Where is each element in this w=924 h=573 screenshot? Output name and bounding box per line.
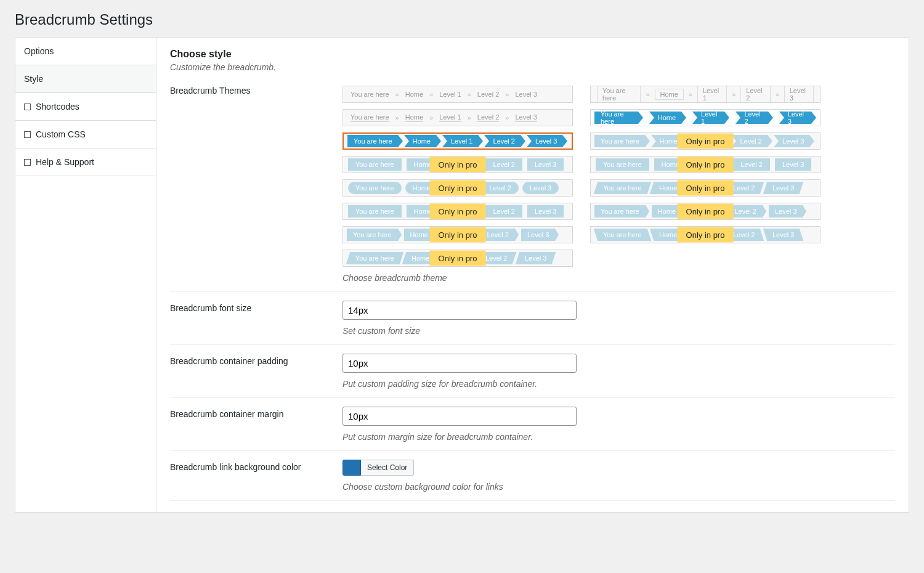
theme-option-pro[interactable]: You are hereHomeLevel 1Level 2Level 3 On… — [590, 132, 821, 150]
pro-badge: Only in pro — [430, 204, 486, 219]
row-padding-label: Breadcrumb container padding — [170, 345, 342, 398]
theme-option-pro[interactable]: You are hereHomeLevel 1Level 2Level 3 On… — [342, 250, 573, 267]
tab-custom-css[interactable]: Custom CSS — [15, 121, 156, 148]
section-desc: Customize the breadcrumb. — [170, 62, 895, 72]
row-themes-label: Breadcrumb Themes — [170, 86, 342, 292]
theme-option-boxed[interactable]: You are here» Home» Level 1» Level 2» Le… — [590, 86, 821, 103]
square-icon — [24, 159, 31, 166]
margin-input[interactable] — [342, 407, 577, 426]
theme-option-arrows-spaced[interactable]: You are here Home Level 1 Level 2 Level … — [590, 109, 821, 126]
square-icon — [24, 131, 31, 138]
padding-input[interactable] — [342, 354, 577, 373]
pro-badge: Only in pro — [678, 181, 734, 196]
tab-help-support[interactable]: Help & Support — [15, 148, 156, 176]
section-heading: Choose style — [170, 49, 895, 61]
themes-grid: You are here» Home» Level 1» Level 2» Le… — [342, 86, 829, 267]
page-title: Breadcrumb Settings — [15, 11, 909, 28]
theme-option-pro[interactable]: You are hereHomeLevel 1Level 2Level 3 On… — [590, 226, 821, 243]
settings-tabs: Options Style Shortcodes Custom CSS Help… — [15, 37, 156, 513]
color-swatch[interactable] — [342, 460, 361, 476]
font-size-input[interactable] — [342, 301, 577, 320]
theme-option-pro[interactable]: You are hereHomeLevel 1Level 2Level 3 On… — [342, 226, 573, 243]
theme-option-pro[interactable]: You are hereHomeLevel 1Level 2Level 3 On… — [342, 179, 573, 197]
link-bg-hint: Choose custom background color for links — [342, 482, 895, 492]
square-icon — [24, 104, 31, 110]
theme-option-pro[interactable]: You are hereHomeLevel 1Level 2Level 3 On… — [342, 156, 573, 173]
theme-option-arrows-selected[interactable]: You are here Home Level 1 Level 2 Level … — [342, 132, 573, 150]
tab-shortcodes[interactable]: Shortcodes — [15, 93, 156, 121]
pro-badge: Only in pro — [430, 181, 486, 196]
font-size-hint: Set custom font size — [342, 326, 895, 336]
theme-option-pro[interactable]: You are hereHomeLevel 1Level 2Level 3 On… — [590, 203, 821, 220]
pro-badge: Only in pro — [430, 251, 486, 266]
theme-option-pro[interactable]: You are hereHomeLevel 1Level 2Level 3 On… — [342, 203, 573, 220]
pro-badge: Only in pro — [678, 204, 734, 219]
row-font-size-label: Breadcrumb font size — [170, 292, 342, 345]
row-link-bg-label: Breadcrumb link background color — [170, 451, 342, 501]
pro-badge: Only in pro — [430, 227, 486, 243]
tab-style[interactable]: Style — [15, 65, 156, 93]
row-margin-label: Breadcrumb container margin — [170, 398, 342, 451]
tab-options[interactable]: Options — [15, 38, 156, 65]
pro-badge: Only in pro — [678, 227, 734, 243]
padding-hint: Put custom padding size for breadcrumb c… — [342, 379, 895, 389]
themes-hint: Choose breadcrumb theme — [342, 273, 895, 283]
theme-option-pro[interactable]: You are hereHomeLevel 1Level 2Level 3 On… — [590, 156, 821, 173]
margin-hint: Put custom margin size for breadcrumb co… — [342, 432, 895, 442]
content-panel: Choose style Customize the breadcrumb. B… — [156, 37, 909, 513]
select-color-button[interactable]: Select Color — [361, 460, 414, 476]
theme-option-pro[interactable]: You are hereHomeLevel 1Level 2Level 3 On… — [590, 179, 821, 197]
theme-option-plain[interactable]: You are here» Home» Level 1» Level 2» Le… — [342, 86, 573, 103]
pro-badge: Only in pro — [678, 134, 734, 149]
pro-badge: Only in pro — [678, 157, 734, 173]
pro-badge: Only in pro — [430, 157, 486, 173]
theme-option-underline[interactable]: You are here» Home» Level 1» Level 2» Le… — [342, 109, 573, 126]
